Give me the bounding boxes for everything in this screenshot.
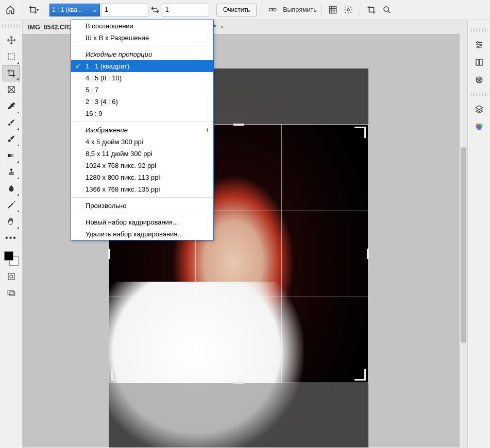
sliders-icon xyxy=(475,40,484,49)
dd-preset-4x5[interactable]: 4 x 5 дюйм 300 ppi xyxy=(71,136,213,148)
marquee-tool[interactable] xyxy=(3,48,20,65)
art-brush-tool[interactable] xyxy=(3,131,20,147)
eyedropper-tool[interactable] xyxy=(3,98,20,114)
art-brush-icon xyxy=(7,134,16,144)
swap-dimensions-button[interactable] xyxy=(149,3,161,17)
hand-icon xyxy=(7,217,16,226)
brush-icon xyxy=(7,118,16,127)
navigator-panel-button[interactable] xyxy=(471,72,487,88)
dd-wxh-res[interactable]: Ш x В x Разрешение xyxy=(71,32,213,44)
svg-point-23 xyxy=(480,44,481,46)
dd-header-original: Исходные пропорции xyxy=(71,48,213,60)
wheel-icon xyxy=(475,75,484,84)
svg-rect-25 xyxy=(476,59,479,65)
svg-rect-18 xyxy=(10,292,15,296)
quick-mask-button[interactable] xyxy=(6,271,17,282)
swap-icon xyxy=(150,5,160,14)
crop-width-input[interactable] xyxy=(101,4,148,16)
adjustments-panel-button[interactable] xyxy=(471,37,487,53)
dd-new-preset[interactable]: Новый набор кадрирования... xyxy=(71,216,213,228)
crop-height-input[interactable] xyxy=(162,4,209,16)
gradient-tool[interactable] xyxy=(3,147,20,164)
channels-icon xyxy=(475,122,484,131)
dd-preset-1366[interactable]: 1366 x 768 пикс. 135 ppi xyxy=(71,183,213,195)
crop-tool[interactable] xyxy=(3,65,20,81)
svg-point-28 xyxy=(478,79,480,81)
hand-tool[interactable] xyxy=(3,213,20,230)
blur-icon xyxy=(7,184,16,193)
gradient-icon xyxy=(7,151,16,160)
svg-rect-15 xyxy=(8,273,14,280)
pen-icon xyxy=(7,200,16,210)
svg-rect-2 xyxy=(329,6,336,13)
color-swatch[interactable] xyxy=(4,251,19,266)
move-icon xyxy=(7,36,16,45)
reset-crop-button[interactable] xyxy=(364,3,379,17)
crop-tool-preset-button[interactable]: ▾ xyxy=(26,3,41,17)
overlay-options-button[interactable] xyxy=(326,3,340,17)
channels-panel-button[interactable] xyxy=(471,119,487,134)
svg-point-24 xyxy=(478,46,479,48)
magnify-icon xyxy=(382,5,392,14)
screen-icon xyxy=(7,288,16,298)
dd-4-5[interactable]: 4 : 5 (8 : 10) xyxy=(71,72,213,84)
frame-tool[interactable] xyxy=(3,81,20,98)
dd-preset-1280[interactable]: 1280 x 800 пикс. 113 ppi xyxy=(71,171,213,183)
dd-delete-preset[interactable]: Удалить набор кадрирования... xyxy=(71,228,213,240)
styles-icon xyxy=(475,58,484,67)
panel-separator xyxy=(470,93,488,96)
dd-2-3[interactable]: 2 : 3 (4 : 6) xyxy=(71,96,213,108)
vertical-scrollbar[interactable] xyxy=(460,34,467,448)
chevron-down-icon: ⌄ xyxy=(92,6,97,13)
mask-icon xyxy=(7,272,16,281)
svg-line-34 xyxy=(480,81,481,82)
svg-rect-14 xyxy=(8,154,15,157)
more-tools[interactable]: ••• xyxy=(3,230,20,246)
scrollbar-thumb[interactable] xyxy=(461,147,466,343)
crop-options-button[interactable] xyxy=(341,3,356,17)
dd-arbitrary[interactable]: Произвольно xyxy=(71,200,213,212)
crop-reset-icon xyxy=(367,5,376,14)
svg-line-35 xyxy=(480,78,481,79)
svg-point-8 xyxy=(384,7,388,11)
straighten-button[interactable] xyxy=(265,3,280,17)
foreground-color[interactable] xyxy=(4,251,13,261)
layers-panel-button[interactable] xyxy=(471,101,487,117)
aspect-ratio-select[interactable]: 1 : 1 (ква... ⌄ xyxy=(49,4,100,16)
svg-point-22 xyxy=(477,42,478,43)
stamp-icon xyxy=(7,167,16,177)
panel-grip[interactable] xyxy=(470,28,488,32)
aspect-ratio-dropdown: В соотношении Ш x В x Разрешение Исходны… xyxy=(71,20,214,240)
crop-dim-bottom xyxy=(109,383,368,447)
home-button[interactable] xyxy=(3,3,18,17)
dd-in-ratio[interactable]: В соотношении xyxy=(71,20,213,32)
dd-16-9[interactable]: 16 : 9 xyxy=(71,108,213,119)
content-aware-button[interactable] xyxy=(380,3,394,17)
eyedropper-icon xyxy=(7,101,16,111)
styles-panel-button[interactable] xyxy=(471,55,487,70)
svg-point-39 xyxy=(477,126,481,130)
dd-5-7[interactable]: 5 : 7 xyxy=(71,84,213,96)
screen-mode-button[interactable] xyxy=(6,287,17,299)
level-icon xyxy=(268,5,277,14)
stamp-tool[interactable] xyxy=(3,164,20,180)
pen-tool[interactable] xyxy=(3,197,20,213)
dd-1-1[interactable]: 1 : 1 (квадрат) xyxy=(71,60,213,72)
aspect-ratio-label: 1 : 1 (ква... xyxy=(52,6,82,13)
panels-dock xyxy=(467,20,490,447)
dd-preset-85x11[interactable]: 8,5 x 11 дюйм 300 ppi xyxy=(71,148,213,160)
home-icon xyxy=(6,5,15,14)
dd-preset-1024[interactable]: 1024 x 768 пикс. 92 ppi xyxy=(71,160,213,171)
clear-button[interactable]: Очистить xyxy=(216,4,257,16)
marquee-icon xyxy=(7,52,16,61)
brush-tool[interactable] xyxy=(3,114,20,131)
dd-header-image: ИзображениеI xyxy=(71,124,213,136)
straighten-label: Выпрямить xyxy=(283,6,317,13)
svg-line-36 xyxy=(477,81,478,82)
smudge-tool[interactable] xyxy=(3,180,20,197)
close-tab-button[interactable]: × xyxy=(220,24,224,31)
panel-grip[interactable] xyxy=(2,24,21,28)
layers-icon xyxy=(475,105,484,114)
ellipsis-icon: ••• xyxy=(5,233,17,243)
move-tool[interactable] xyxy=(3,32,20,48)
